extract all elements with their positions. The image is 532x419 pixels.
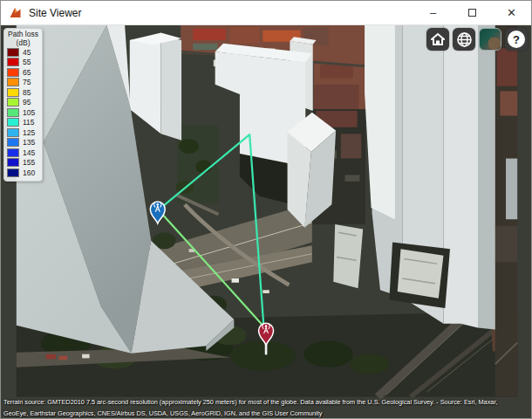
legend-item: 135 [7, 138, 39, 148]
legend-swatch [7, 118, 19, 127]
legend-item: 55 [7, 58, 39, 68]
legend-item: 105 [7, 107, 39, 118]
legend-swatch [7, 148, 19, 157]
legend-swatch [7, 58, 19, 66]
minimize-button[interactable]: – [413, 1, 453, 24]
legend-item: 160 [7, 168, 39, 178]
legend-item: 75 [7, 78, 39, 88]
help-button[interactable]: ? [505, 28, 528, 51]
app-logo-icon[interactable] [9, 6, 22, 19]
legend-swatch [7, 68, 19, 77]
legend-title-units: (dB) [7, 39, 39, 48]
legend-item: 45 [7, 47, 39, 58]
legend-item: 95 [7, 98, 39, 108]
legend-item: 115 [7, 118, 39, 128]
path-loss-legend: Path loss (dB) 45 55 65 75 85 95 105 115… [3, 28, 43, 182]
legend-item: 65 [7, 67, 39, 78]
basemap-picker-button[interactable] [479, 28, 501, 51]
home-view-button[interactable] [426, 28, 449, 51]
maximize-icon [468, 9, 476, 17]
legend-swatch [7, 98, 19, 106]
globe-icon [456, 31, 473, 48]
window-title: Site Viewer [29, 7, 81, 19]
attribution-line-1: Terrain source: GMTED2010 7.5 arc-second… [3, 396, 532, 408]
legend-swatch [7, 78, 19, 86]
legend-swatch [7, 48, 19, 57]
legend-item: 155 [7, 158, 39, 168]
legend-swatch [7, 108, 19, 117]
legend-item: 85 [7, 87, 39, 98]
maximize-button[interactable] [453, 1, 492, 24]
close-button[interactable]: ✕ [492, 1, 531, 24]
site-viewer-window: Site Viewer – ✕ [0, 0, 532, 419]
map-attribution: Terrain source: GMTED2010 7.5 arc-second… [3, 396, 532, 419]
map-3d-scene[interactable]: Path loss (dB) 45 55 65 75 85 95 105 115… [1, 25, 532, 419]
legend-swatch [7, 138, 19, 147]
legend-swatch [7, 128, 19, 137]
home-icon [430, 31, 446, 47]
globe-view-button[interactable] [453, 28, 475, 51]
map-toolbar: ? [426, 28, 528, 51]
legend-item: 145 [7, 148, 39, 158]
scene-canvas [1, 25, 532, 419]
titlebar[interactable]: Site Viewer – ✕ [1, 1, 531, 25]
legend-swatch [7, 168, 19, 177]
attribution-line-2: GeoEye, Earthstar Geographics, CNES/Airb… [3, 408, 532, 419]
help-icon: ? [508, 31, 525, 48]
legend-swatch [7, 88, 19, 97]
legend-item: 125 [7, 127, 39, 138]
legend-swatch [7, 158, 19, 167]
